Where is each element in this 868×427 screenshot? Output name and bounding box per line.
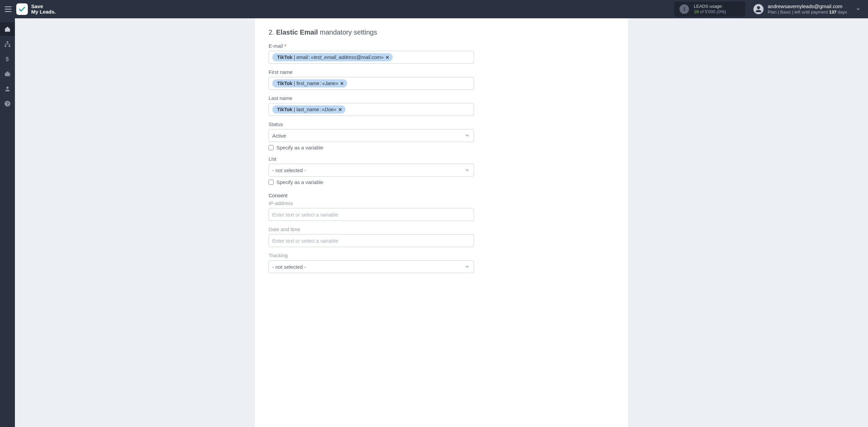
account-dropdown-toggle[interactable] <box>853 4 863 14</box>
select-tracking[interactable]: - not selected - <box>269 260 474 273</box>
dollar-icon: $ <box>4 56 11 62</box>
home-icon <box>4 26 11 33</box>
input-datetime-field[interactable] <box>272 238 470 244</box>
token-remove-icon[interactable]: ✕ <box>386 55 389 60</box>
svg-point-0 <box>757 6 760 9</box>
checkbox-status-variable[interactable] <box>269 145 274 150</box>
label-datetime: Date and time <box>269 226 614 232</box>
svg-text:$: $ <box>6 56 9 62</box>
svg-point-7 <box>6 86 9 89</box>
menu-toggle-icon[interactable] <box>5 6 12 12</box>
label-list: List <box>269 156 614 162</box>
avatar-icon <box>753 4 764 14</box>
help-icon: ? <box>4 100 11 107</box>
checkbox-status-label: Specify as a variable <box>276 145 323 150</box>
sidebar-item-connections[interactable] <box>0 37 15 51</box>
token-remove-icon[interactable]: ✕ <box>340 81 344 86</box>
label-ip: IP-address <box>269 200 614 206</box>
usage-title: LEADS usage: <box>694 4 726 9</box>
chevron-down-icon <box>465 168 470 172</box>
input-last-name[interactable]: TikTok | last_name: «Doe» ✕ <box>269 103 474 116</box>
select-list-value: - not selected - <box>272 167 306 173</box>
checkbox-list-varrow[interactable]: Specify as a variable <box>269 179 614 185</box>
sidebar-item-billing[interactable]: $ <box>0 52 15 66</box>
svg-rect-3 <box>8 45 10 47</box>
usage-used-value: 18 <box>694 9 698 14</box>
account-block[interactable]: andrewsavemyleads@gmail.com Plan | Basic… <box>753 3 847 15</box>
usage-badge: i LEADS usage: 18 of 5'000 (0%) <box>674 2 745 17</box>
svg-rect-2 <box>5 45 6 47</box>
label-first-name: First name <box>269 69 614 75</box>
brand-name: Save My Leads. <box>31 4 56 15</box>
sidebar-item-workspace[interactable] <box>0 67 15 81</box>
svg-rect-6 <box>6 72 9 73</box>
user-icon <box>4 85 11 92</box>
account-email: andrewsavemyleads@gmail.com <box>768 3 847 10</box>
label-tracking: Tracking <box>269 252 614 258</box>
settings-card: 2. Elastic Email mandatory settings E-ma… <box>255 18 628 427</box>
input-datetime[interactable] <box>269 234 474 247</box>
app-header: Save My Leads. i LEADS usage: 18 of 5'00… <box>0 0 868 18</box>
checkbox-list-label: Specify as a variable <box>276 179 323 185</box>
sidebar: $ ? <box>0 18 15 427</box>
select-status-value: Active <box>272 133 286 139</box>
info-icon: i <box>679 4 689 14</box>
checkbox-list-variable[interactable] <box>269 180 274 185</box>
chevron-down-icon <box>465 264 470 269</box>
chevron-down-icon <box>465 133 470 138</box>
sidebar-item-home[interactable] <box>0 22 15 36</box>
usage-total-value: 5'000 <box>705 9 715 14</box>
section-heading: 2. Elastic Email mandatory settings <box>269 28 614 36</box>
select-status[interactable]: Active <box>269 129 474 142</box>
checkbox-status-varrow[interactable]: Specify as a variable <box>269 145 614 150</box>
select-tracking-value: - not selected - <box>272 264 306 270</box>
svg-text:?: ? <box>6 102 9 106</box>
svg-rect-5 <box>5 73 10 76</box>
svg-rect-1 <box>7 41 8 43</box>
sidebar-item-account[interactable] <box>0 82 15 96</box>
brand-logo[interactable]: Save My Leads. <box>16 3 56 15</box>
select-list[interactable]: - not selected - <box>269 164 474 177</box>
label-last-name: Last name <box>269 95 614 101</box>
input-first-name[interactable]: TikTok | first_name: «Jane» ✕ <box>269 77 474 90</box>
label-consent: Consent <box>269 192 614 198</box>
briefcase-icon <box>4 70 11 77</box>
token-first-name[interactable]: TikTok | first_name: «Jane» ✕ <box>272 79 347 87</box>
chevron-down-icon <box>856 7 861 12</box>
token-email[interactable]: TikTok | email: «test_email_address@mail… <box>272 53 393 61</box>
logo-mark-icon <box>16 3 28 15</box>
input-ip-field[interactable] <box>272 212 470 218</box>
sidebar-item-help[interactable]: ? <box>0 97 15 110</box>
label-status: Status <box>269 121 614 127</box>
label-email: E-mail* <box>269 43 614 49</box>
token-last-name[interactable]: TikTok | last_name: «Doe» ✕ <box>272 105 346 114</box>
token-remove-icon[interactable]: ✕ <box>338 107 342 112</box>
sitemap-icon <box>4 41 11 47</box>
input-ip[interactable] <box>269 208 474 221</box>
account-plan: Plan | Basic | left until payment 137 da… <box>768 9 847 15</box>
input-email[interactable]: TikTok | email: «test_email_address@mail… <box>269 51 474 64</box>
